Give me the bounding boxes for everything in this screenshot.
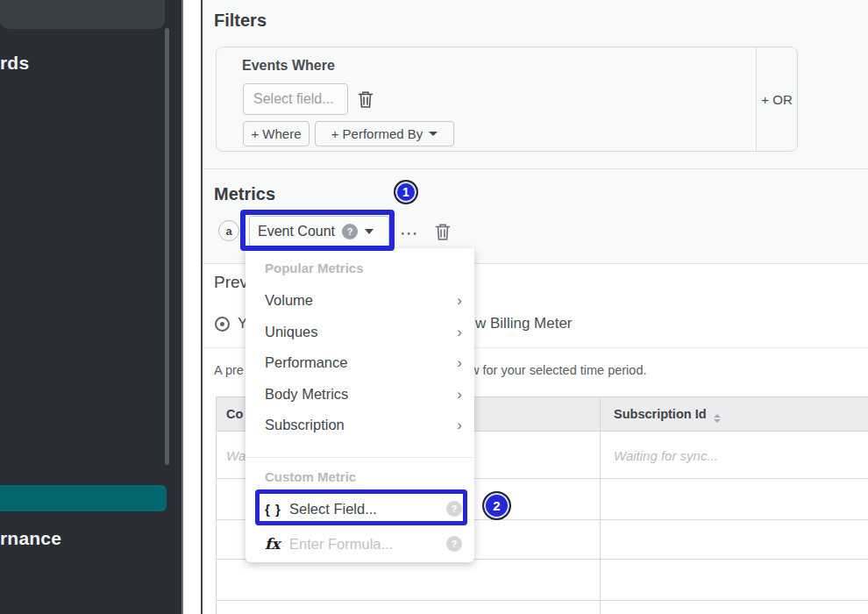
trash-icon[interactable] bbox=[434, 222, 452, 241]
trash-icon[interactable] bbox=[357, 89, 374, 109]
caret-down-icon bbox=[365, 229, 374, 234]
filters-title: Filters bbox=[214, 11, 267, 31]
help-icon[interactable]: ? bbox=[446, 536, 462, 552]
table-left-border bbox=[216, 396, 217, 614]
add-or-button[interactable]: + OR bbox=[756, 46, 798, 152]
dropdown-item-select-field[interactable]: { } Select Field... ? bbox=[245, 494, 474, 524]
dropdown-item-subscription[interactable]: Subscription › bbox=[245, 411, 474, 439]
sidebar-item-governance[interactable]: rnance bbox=[0, 528, 61, 549]
table-cell-placeholder: Waiting for sync... bbox=[614, 448, 718, 463]
metric-select[interactable]: Event Count ? bbox=[249, 216, 389, 246]
step-number: 2 bbox=[493, 498, 500, 513]
dropdown-item-performance[interactable]: Performance › bbox=[245, 348, 474, 376]
preview-banner-text-right: w Billing Meter bbox=[475, 315, 573, 332]
more-icon: ⋯ bbox=[400, 223, 419, 243]
sidebar-divider bbox=[181, 0, 183, 614]
item-label: Select Field... bbox=[289, 501, 446, 518]
annotation-step-badge-2: 2 bbox=[482, 491, 511, 520]
item-label: Volume bbox=[265, 292, 457, 309]
dropdown-item-volume[interactable]: Volume › bbox=[245, 286, 474, 314]
column-label: Subscription Id bbox=[614, 407, 707, 421]
select-field-button[interactable]: Select field... bbox=[243, 83, 348, 115]
dropdown-item-enter-formula[interactable]: fx Enter Formula... ? bbox=[245, 529, 474, 559]
add-where-button[interactable]: + Where bbox=[243, 121, 309, 146]
metric-select-value: Event Count bbox=[258, 224, 335, 239]
chevron-right-icon: › bbox=[457, 355, 462, 370]
metrics-title: Metrics bbox=[214, 184, 275, 204]
item-label: Uniques bbox=[265, 324, 457, 340]
sidebar-item-top[interactable] bbox=[0, 0, 165, 29]
sidebar-item-dashboards[interactable]: rds bbox=[0, 53, 29, 74]
dropdown-divider bbox=[245, 457, 474, 458]
series-letter: a bbox=[225, 225, 231, 238]
table-column-header-subscription-id[interactable]: Subscription Id bbox=[614, 407, 721, 423]
item-label: Performance bbox=[265, 354, 457, 371]
help-glyph: ? bbox=[452, 539, 458, 549]
help-glyph: ? bbox=[347, 226, 353, 237]
select-field-placeholder: Select field... bbox=[253, 91, 334, 107]
item-label: Body Metrics bbox=[265, 386, 457, 403]
chevron-right-icon: › bbox=[457, 293, 462, 308]
chevron-right-icon: › bbox=[457, 418, 462, 432]
preview-caption-right: w for your selected time period. bbox=[470, 363, 646, 377]
target-icon bbox=[215, 317, 230, 332]
add-or-label: + OR bbox=[761, 92, 792, 107]
more-options-button[interactable]: ⋯ bbox=[400, 224, 419, 242]
item-label: Subscription bbox=[265, 417, 457, 433]
sort-icon[interactable] bbox=[714, 414, 721, 423]
dropdown-section-header: Custom Metric bbox=[265, 469, 356, 484]
formula-placeholder: Enter Formula... bbox=[289, 536, 446, 553]
app-screen: rds rnance Filters Events Where Select f… bbox=[0, 0, 868, 614]
preview-caption-left: A pre bbox=[214, 363, 244, 377]
help-icon[interactable]: ? bbox=[342, 224, 358, 239]
filter-group-label: Events Where bbox=[242, 58, 335, 74]
add-performed-by-button[interactable]: + Performed By bbox=[315, 121, 454, 146]
sidebar: rds rnance bbox=[0, 0, 181, 614]
add-performed-by-label: + Performed By bbox=[331, 126, 423, 141]
help-icon[interactable]: ? bbox=[446, 501, 462, 517]
formula-icon: fx bbox=[265, 535, 289, 553]
metric-dropdown-menu: Popular Metrics Volume › Uniques › Perfo… bbox=[245, 248, 474, 562]
dropdown-item-uniques[interactable]: Uniques › bbox=[245, 318, 474, 346]
add-where-label: + Where bbox=[251, 126, 301, 141]
dropdown-section-header: Popular Metrics bbox=[265, 261, 364, 275]
table-row-border bbox=[217, 600, 868, 601]
sidebar-scrollbar[interactable] bbox=[165, 28, 169, 465]
table-column-divider bbox=[600, 396, 601, 614]
braces-icon: { } bbox=[265, 502, 289, 517]
chevron-right-icon: › bbox=[457, 325, 462, 339]
sidebar-active-item[interactable] bbox=[0, 485, 167, 511]
table-column-header[interactable]: Co bbox=[226, 407, 243, 421]
dropdown-item-body-metrics[interactable]: Body Metrics › bbox=[245, 380, 474, 408]
caret-down-icon bbox=[429, 132, 438, 136]
help-glyph: ? bbox=[452, 503, 458, 514]
chevron-right-icon: › bbox=[457, 387, 462, 402]
series-badge: a bbox=[218, 220, 239, 241]
